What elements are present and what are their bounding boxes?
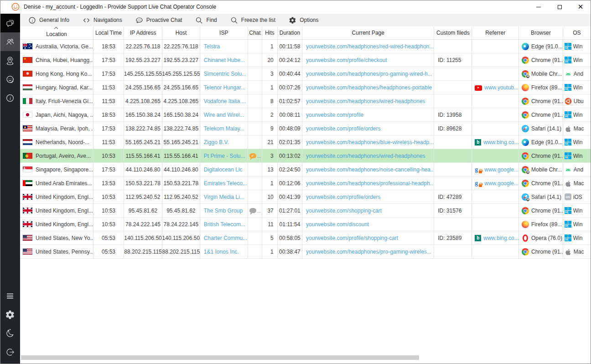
column-header-current_page[interactable]: Current Page [302,26,434,40]
referrer-cell [472,204,519,218]
isp-link[interactable]: Ziggo B.V. [204,139,229,146]
country-flag-icon [23,221,32,227]
isp-link[interactable]: Telekom Malay... [204,125,244,132]
current-page-link[interactable]: yourwebsite.com/profile/orders [306,125,380,132]
isp-link[interactable]: Chinanet Hube... [204,57,245,63]
sidebar-item-geo-location[interactable] [0,51,20,70]
sidebar-item-visitors[interactable] [0,32,20,51]
referrer-link[interactable]: www.google... [484,166,518,173]
isp-link[interactable]: Wire and Wirel... [204,112,244,118]
visitor-row[interactable]: United Kingdom, Engl...10:5395.45.81.629… [20,204,591,218]
sidebar-item-logout[interactable] [0,343,20,361]
visitor-row[interactable]: Hungary, Nograd, Kar...11:5324.255.156.6… [20,81,591,94]
current-page-link[interactable]: yourwebsite.com/headphones/blue-wireless… [306,139,434,146]
column-header-ip[interactable]: IP Address [124,26,162,40]
visitor-row[interactable]: Japan, Aichi, Nagoya, ...18:53165.150.38… [20,108,591,122]
current-page-link[interactable]: yourwebsite.com/profile [306,112,363,118]
referrer-link[interactable]: www.google... [484,180,518,187]
close-button[interactable]: ✕ [570,0,591,14]
sidebar-item-operators[interactable] [0,70,20,88]
isp-cell: Digitalocean Llc [200,163,248,177]
column-header-local_time[interactable]: Local Time [93,26,124,40]
visitor-row[interactable]: Italy, Friuli-Venezia Gi...11:534.225.10… [20,94,591,108]
current-page-link[interactable]: yourwebsite.com/headphones/professional-… [306,180,434,187]
toolbar-button-find[interactable]: Find [195,14,217,26]
table-header-row: LocationLocal TimeIP AddressHostISPChatH… [20,26,591,40]
visitor-row[interactable]: United States, New Yo...05:53140.115.206… [20,231,591,245]
host-cell: 150.53.221.78 [162,177,200,190]
referrer-link[interactable]: www.bing.co... [483,235,518,241]
sidebar-item-info[interactable]: i [0,88,20,107]
visitor-row[interactable]: United Arab Emirates...13:53150.53.221.7… [20,177,591,190]
isp-link[interactable]: Digitalocean Llc [204,166,243,173]
column-header-hits[interactable]: Hits [262,26,278,40]
referrer-link[interactable]: www.youtub... [484,84,518,91]
current-page-link[interactable]: yourwebsite.com/headphones/wired-headpho… [306,153,425,159]
current-page-link[interactable]: yourwebsite.com/shopping-cart [306,208,382,214]
column-header-duration[interactable]: Duration [278,26,302,40]
visitor-row[interactable]: Hong Kong, Hong Ko...17:53145.255.125.55… [20,67,591,81]
current-page-link[interactable]: yourwebsite.com/headphones/wired-headpho… [306,98,425,104]
isp-link[interactable]: Virgin Media Li... [204,194,244,200]
local-time-cell: 11:53 [93,81,124,94]
chat-idle-icon[interactable] [249,208,256,213]
sidebar-item-settings[interactable] [0,305,20,324]
horizontal-scrollbar[interactable] [20,355,591,360]
custom-fields-cell [434,163,472,177]
isp-link[interactable]: Telstra [204,43,220,50]
current-page-link[interactable]: yourwebsite.com/profile/shopping-cart [306,235,398,241]
sidebar-item-theme[interactable] [0,324,20,343]
current-page-link[interactable]: yourwebsite.com/profile/checkout [306,57,387,63]
visitor-row[interactable]: Netherlands, Noord-...11:5355.165.245.21… [20,135,591,149]
isp-link[interactable]: Pt Prime - Solu... [204,153,245,159]
column-header-isp[interactable]: ISP [200,26,248,40]
current-page-link[interactable]: yourwebsite.com/headphones/noise-cancell… [306,166,434,173]
current-page-cell: yourwebsite.com/profile/checkout [302,53,434,67]
visitor-row[interactable]: China, Hubei, Huangg...17:53192.55.23.22… [20,53,591,67]
visitor-row[interactable]: Portugal, Aveiro, Ave...10:53115.55.166.… [20,149,591,163]
column-header-location[interactable]: Location [20,26,93,40]
current-page-link[interactable]: yourwebsite.com/discount [306,221,369,228]
visitor-row[interactable]: Australia, Victoria, Ge...18:5322.225.76… [20,40,591,53]
referrer-link[interactable]: www.bing.co... [483,139,518,146]
isp-link[interactable]: The Smb Group [204,208,243,214]
sidebar-item-chats[interactable] [0,14,20,32]
isp-link[interactable]: British Telecom... [204,221,245,228]
isp-link[interactable]: Vodafone Italia ... [204,98,246,104]
visitor-row[interactable]: Singapore, Singapore...17:5344.110.246.8… [20,163,591,177]
column-header-os[interactable]: OS [563,26,591,40]
current-page-link[interactable]: yourwebsite.com/headphones/pro-gaming-wi… [306,71,432,77]
isp-link[interactable]: Telenor Hungar... [204,84,245,91]
column-header-referrer[interactable]: Referrer [472,26,519,40]
visitor-row[interactable]: United Kingdom, Engl...10:53112.95.240.5… [20,190,591,204]
column-header-browser[interactable]: Browser [519,26,563,40]
visitor-row[interactable]: United States, Pennsy...05:5388.202.215.… [20,245,591,259]
browser-label: Chrome (91... [531,249,563,255]
isp-link[interactable]: Simcentric Solu... [204,71,246,77]
toolbar-button-proactive-chat[interactable]: Proactive Chat [135,14,182,26]
toolbar-button-navigations[interactable]: Navigations [83,14,122,26]
maximize-button[interactable] [549,0,570,14]
sidebar-item-menu[interactable] [0,286,20,305]
isp-link[interactable]: 1&1 Ionos Inc. [204,249,239,255]
isp-link[interactable]: Emirates Teleco... [204,180,247,187]
current-page-link[interactable]: yourwebsite.com/profile/orders [306,194,380,200]
toolbar-button-general-info[interactable]: iGeneral Info [28,14,69,26]
chat-accepted-icon[interactable] [249,153,256,158]
toolbar-button-freeze-the-list[interactable]: Freeze the list [230,14,275,26]
column-header-chat[interactable]: Chat [248,26,263,40]
visitor-row[interactable]: United Kingdom, Engl...10:5378.24.222.14… [20,218,591,231]
current-page-link[interactable]: yourwebsite.com/headphones/pro-gaming-wi… [306,249,431,255]
horizontal-scrollbar-thumb[interactable] [21,355,419,360]
visitor-row[interactable]: Malaysia, Perak, Ipoh, ...17:53138.222.7… [20,122,591,135]
minimize-button[interactable] [528,0,549,14]
chat-status-cell [248,245,263,259]
column-header-host[interactable]: Host [162,26,200,40]
isp-link[interactable]: Charter Commu... [204,235,247,241]
current-page-link[interactable]: yourwebsite.com/headphones/headphones-po… [306,84,432,91]
browser-cell: Chrome (91... [519,245,563,259]
column-header-custom_fields[interactable]: Custom fileds [434,26,472,40]
current-page-link[interactable]: yourwebsite.com/headphones/red-wired-hea… [306,43,434,50]
toolbar-button-options[interactable]: Options [289,14,318,26]
country-flag-icon [23,194,32,200]
